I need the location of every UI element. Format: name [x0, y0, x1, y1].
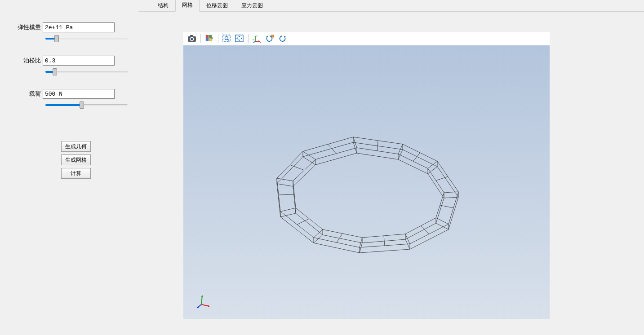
poisson-ratio-slider[interactable] [43, 67, 130, 76]
palette-icon[interactable] [204, 33, 215, 44]
svg-line-54 [280, 208, 296, 212]
svg-line-55 [277, 178, 293, 181]
svg-text:y: y [256, 35, 258, 37]
tab-bar: 结构 网格 位移云图 应力云图 [138, 0, 644, 12]
tab-structure[interactable]: 结构 [151, 0, 175, 12]
svg-rect-6 [209, 35, 212, 38]
orientation-triad-icon [196, 292, 214, 311]
svg-line-60 [444, 197, 458, 198]
svg-rect-7 [206, 38, 209, 41]
poisson-ratio-label: 泊松比 [17, 57, 41, 65]
action-buttons: 生成几何 生成网格 计算 [0, 141, 138, 179]
svg-line-50 [436, 218, 449, 224]
svg-line-11 [228, 40, 229, 41]
svg-line-63 [360, 243, 362, 253]
svg-line-75 [297, 219, 309, 225]
svg-line-67 [303, 157, 315, 165]
svg-rect-9 [223, 35, 230, 41]
svg-line-49 [444, 192, 458, 193]
tab-content: x y z [138, 12, 644, 335]
svg-point-10 [225, 37, 228, 40]
tab-mesh[interactable]: 网格 [175, 0, 200, 12]
load-input[interactable] [43, 89, 115, 99]
svg-line-76 [279, 194, 294, 195]
rotate-cw-icon[interactable] [264, 33, 275, 44]
svg-line-15 [253, 41, 255, 43]
svg-line-72 [421, 226, 429, 234]
svg-line-61 [436, 223, 449, 229]
param-elastic-modulus: 弹性模量 [0, 22, 138, 43]
axes-icon[interactable]: x y z [251, 33, 263, 44]
svg-line-66 [277, 184, 293, 186]
svg-text:x: x [260, 41, 261, 43]
svg-line-48 [428, 161, 437, 168]
toolbar-separator [248, 34, 249, 43]
svg-marker-20 [277, 137, 458, 247]
svg-line-56 [303, 151, 315, 159]
load-slider[interactable] [43, 101, 130, 110]
svg-rect-5 [206, 35, 209, 38]
param-load: 载荷 [0, 89, 138, 110]
svg-marker-23 [293, 153, 444, 243]
svg-rect-1 [190, 35, 193, 37]
generate-mesh-button[interactable]: 生成网格 [61, 154, 91, 165]
camera-icon[interactable] [186, 33, 198, 44]
svg-marker-21 [277, 142, 458, 253]
svg-line-65 [280, 213, 296, 217]
main-area: 结构 网格 位移云图 应力云图 [138, 0, 644, 335]
svg-rect-8 [209, 38, 212, 41]
elastic-modulus-input[interactable] [43, 22, 115, 32]
svg-line-69 [413, 153, 420, 161]
viewer-canvas[interactable] [183, 45, 550, 319]
elastic-modulus-label: 弹性模量 [17, 23, 41, 31]
svg-line-71 [440, 205, 453, 208]
rotate-ccw-icon[interactable] [276, 33, 288, 44]
tab-displacement[interactable]: 位移云图 [200, 0, 235, 12]
param-poisson-ratio: 泊松比 [0, 56, 138, 76]
svg-point-4 [191, 39, 193, 40]
toolbar-separator [218, 34, 218, 43]
viewer-panel: x y z [183, 32, 550, 319]
svg-text:z: z [253, 38, 254, 41]
poisson-ratio-input[interactable] [43, 56, 115, 66]
viewer-toolbar: x y z [183, 32, 550, 45]
zoom-area-icon[interactable] [221, 33, 233, 44]
svg-line-78 [328, 144, 336, 154]
tab-stress[interactable]: 应力云图 [235, 0, 270, 12]
generate-geometry-button[interactable]: 生成几何 [61, 141, 91, 152]
load-label: 载荷 [17, 90, 41, 98]
sidebar: 弹性模量 泊松比 载荷 生成几何 生成网 [0, 0, 138, 335]
svg-line-77 [290, 165, 304, 170]
toolbar-separator [200, 34, 201, 43]
pan-icon[interactable] [234, 33, 245, 44]
svg-line-73 [384, 236, 385, 246]
svg-line-68 [378, 141, 378, 151]
elastic-modulus-slider[interactable] [43, 34, 130, 43]
svg-rect-19 [271, 35, 274, 37]
compute-button[interactable]: 计算 [61, 168, 91, 179]
